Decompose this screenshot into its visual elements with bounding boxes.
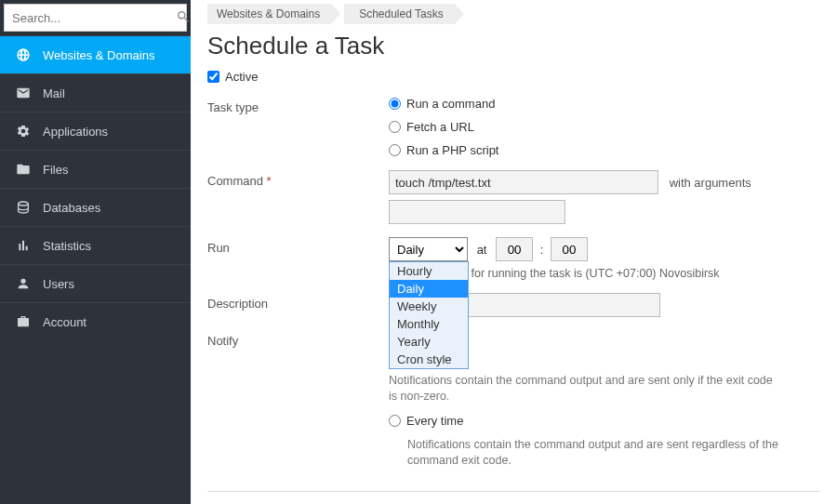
run-label: Run [207, 237, 389, 255]
task-type-fetch-url-radio[interactable] [389, 121, 401, 133]
task-type-label: Task type [207, 97, 389, 114]
at-label: at [477, 243, 487, 257]
time-colon: : [540, 243, 544, 257]
run-frequency-select[interactable]: Daily [389, 237, 468, 261]
task-type-run-command-radio[interactable] [389, 98, 401, 110]
run-minute-input[interactable] [551, 237, 588, 261]
sidebar-item-label: Users [43, 277, 74, 291]
mail-icon [13, 86, 33, 100]
user-icon [13, 276, 33, 291]
search-icon[interactable] [176, 9, 191, 27]
breadcrumb-item[interactable]: Websites & Domains [207, 4, 331, 24]
sidebar-item-databases[interactable]: Databases [0, 189, 191, 226]
sidebar-item-account[interactable]: Account [0, 303, 191, 340]
main-content: Websites & Domains Scheduled Tasks Sched… [191, 0, 837, 504]
briefcase-icon [13, 314, 33, 329]
sidebar-item-label: Account [43, 315, 86, 329]
sidebar-item-label: Files [43, 163, 68, 177]
page-title: Schedule a Task [207, 32, 820, 60]
sidebar-item-users[interactable]: Users [0, 265, 191, 302]
notify-label: Notify [207, 330, 389, 348]
sidebar-item-label: Databases [43, 201, 100, 215]
breadcrumb: Websites & Domains Scheduled Tasks [207, 4, 820, 24]
required-marker: * [267, 174, 272, 188]
run-hour-input[interactable] [496, 237, 533, 261]
database-icon [13, 200, 33, 215]
run-frequency-dropdown: Hourly Daily Weekly Monthly Yearly Cron … [389, 261, 469, 369]
sidebar-item-applications[interactable]: Applications [0, 113, 191, 150]
breadcrumb-item[interactable]: Scheduled Tasks [344, 4, 455, 24]
sidebar-item-websites-domains[interactable]: Websites & Domains [0, 36, 191, 73]
folder-icon [13, 162, 33, 177]
notify-every-description: Notifications contain the command output… [407, 437, 798, 469]
sidebar-item-label: Applications [43, 125, 108, 139]
sidebar-item-mail[interactable]: Mail [0, 74, 191, 112]
active-label: Active [225, 70, 258, 84]
command-input[interactable] [389, 170, 658, 194]
dropdown-option[interactable]: Weekly [390, 298, 468, 315]
sidebar-item-label: Statistics [43, 239, 91, 253]
radio-label: Run a PHP script [406, 143, 498, 157]
dropdown-option[interactable]: Hourly [390, 262, 468, 280]
sidebar: Websites & Domains Mail Applications Fil… [0, 0, 191, 504]
stats-icon [13, 238, 33, 253]
sidebar-item-label: Mail [43, 86, 65, 100]
notify-errors-description: Notifications contain the command output… [389, 373, 779, 405]
with-arguments-label: with arguments [670, 176, 751, 190]
search-input[interactable] [5, 6, 176, 31]
gear-icon [13, 124, 33, 139]
sidebar-item-statistics[interactable]: Statistics [0, 227, 191, 264]
sidebar-item-files[interactable]: Files [0, 151, 191, 188]
search-box [4, 4, 187, 32]
arguments-input[interactable] [389, 200, 565, 224]
radio-label: Fetch a URL [406, 120, 474, 134]
description-label: Description [207, 293, 389, 311]
sidebar-item-label: Websites & Domains [43, 48, 154, 62]
radio-label: Run a command [406, 97, 495, 111]
task-type-run-php-radio[interactable] [389, 144, 401, 156]
globe-icon [13, 47, 33, 62]
dropdown-option[interactable]: Yearly [390, 333, 468, 351]
notify-every-time-radio[interactable] [389, 415, 401, 427]
active-checkbox[interactable] [207, 71, 219, 83]
dropdown-option[interactable]: Cron style [390, 351, 468, 368]
dropdown-option[interactable]: Daily [390, 280, 468, 298]
radio-label: Every time [406, 414, 463, 428]
command-label: Command [207, 174, 263, 188]
dropdown-option[interactable]: Monthly [390, 315, 468, 333]
